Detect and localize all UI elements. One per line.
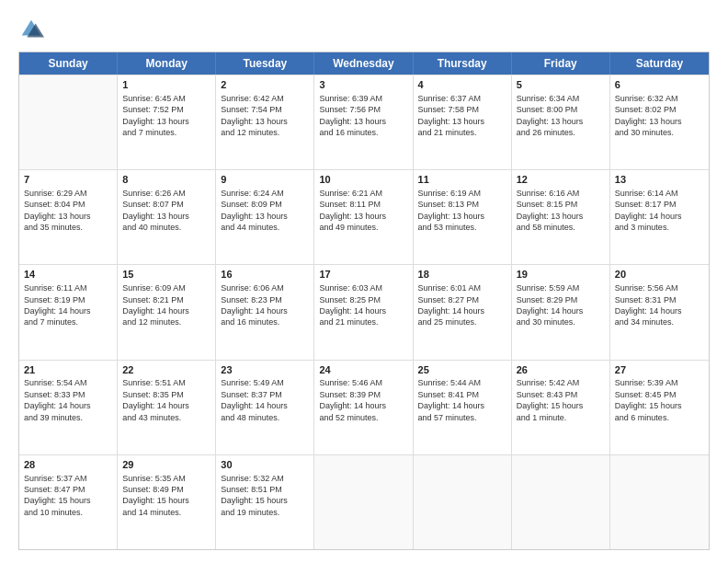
day-number: 12 xyxy=(517,173,605,187)
calendar-cell: 5Sunrise: 6:34 AMSunset: 8:00 PMDaylight… xyxy=(512,75,610,169)
day-info: Sunrise: 6:32 AMSunset: 8:02 PMDaylight:… xyxy=(615,93,704,139)
day-number: 3 xyxy=(319,78,407,92)
day-number: 13 xyxy=(615,173,704,187)
cal-header-day: Thursday xyxy=(414,52,512,75)
calendar-cell: 23Sunrise: 5:49 AMSunset: 8:37 PMDayligh… xyxy=(216,361,314,454)
day-info: Sunrise: 6:11 AMSunset: 8:19 PMDaylight:… xyxy=(24,282,112,328)
calendar-cell xyxy=(610,455,709,549)
day-info: Sunrise: 6:39 AMSunset: 7:56 PMDaylight:… xyxy=(319,93,407,139)
calendar-cell: 8Sunrise: 6:26 AMSunset: 8:07 PMDaylight… xyxy=(118,170,216,264)
day-info: Sunrise: 6:26 AMSunset: 8:07 PMDaylight:… xyxy=(122,188,210,234)
calendar-cell: 4Sunrise: 6:37 AMSunset: 7:58 PMDaylight… xyxy=(414,75,512,169)
day-number: 20 xyxy=(615,268,704,282)
day-info: Sunrise: 5:59 AMSunset: 8:29 PMDaylight:… xyxy=(517,282,605,328)
calendar-cell: 1Sunrise: 6:45 AMSunset: 7:52 PMDaylight… xyxy=(118,75,216,169)
day-number: 15 xyxy=(122,268,210,282)
day-number: 24 xyxy=(319,363,407,377)
cal-header-day: Saturday xyxy=(610,52,709,75)
day-info: Sunrise: 5:37 AMSunset: 8:47 PMDaylight:… xyxy=(24,473,112,519)
calendar-cell: 26Sunrise: 5:42 AMSunset: 8:43 PMDayligh… xyxy=(512,361,610,454)
cal-header-day: Monday xyxy=(118,52,216,75)
day-info: Sunrise: 5:32 AMSunset: 8:51 PMDaylight:… xyxy=(221,473,309,519)
day-number: 27 xyxy=(615,363,704,377)
calendar-cell: 22Sunrise: 5:51 AMSunset: 8:35 PMDayligh… xyxy=(118,361,216,454)
calendar-cell: 30Sunrise: 5:32 AMSunset: 8:51 PMDayligh… xyxy=(216,455,314,549)
day-info: Sunrise: 6:21 AMSunset: 8:11 PMDaylight:… xyxy=(319,188,407,234)
calendar-cell: 24Sunrise: 5:46 AMSunset: 8:39 PMDayligh… xyxy=(314,361,413,454)
day-number: 30 xyxy=(221,458,309,472)
day-number: 6 xyxy=(615,78,704,92)
calendar-cell: 7Sunrise: 6:29 AMSunset: 8:04 PMDaylight… xyxy=(19,170,118,264)
day-info: Sunrise: 6:24 AMSunset: 8:09 PMDaylight:… xyxy=(221,188,309,234)
logo xyxy=(18,17,48,42)
calendar-cell: 13Sunrise: 6:14 AMSunset: 8:17 PMDayligh… xyxy=(610,170,709,264)
calendar-cell xyxy=(19,75,118,169)
day-number: 18 xyxy=(418,268,506,282)
calendar-cell: 2Sunrise: 6:42 AMSunset: 7:54 PMDaylight… xyxy=(216,75,314,169)
day-number: 4 xyxy=(418,78,506,92)
day-number: 29 xyxy=(122,458,210,472)
calendar-cell: 25Sunrise: 5:44 AMSunset: 8:41 PMDayligh… xyxy=(414,361,512,454)
cal-header-day: Wednesday xyxy=(314,52,413,75)
day-number: 2 xyxy=(221,78,309,92)
calendar-row: 14Sunrise: 6:11 AMSunset: 8:19 PMDayligh… xyxy=(19,264,709,359)
calendar-row: 21Sunrise: 5:54 AMSunset: 8:33 PMDayligh… xyxy=(19,360,709,454)
day-number: 11 xyxy=(418,173,506,187)
calendar-cell: 6Sunrise: 6:32 AMSunset: 8:02 PMDaylight… xyxy=(610,75,709,169)
day-info: Sunrise: 6:19 AMSunset: 8:13 PMDaylight:… xyxy=(418,188,506,234)
day-info: Sunrise: 6:09 AMSunset: 8:21 PMDaylight:… xyxy=(122,282,210,328)
calendar-cell: 20Sunrise: 5:56 AMSunset: 8:31 PMDayligh… xyxy=(610,265,709,359)
day-number: 25 xyxy=(418,363,506,377)
day-number: 9 xyxy=(221,173,309,187)
calendar-cell: 27Sunrise: 5:39 AMSunset: 8:45 PMDayligh… xyxy=(610,361,709,454)
calendar-cell: 19Sunrise: 5:59 AMSunset: 8:29 PMDayligh… xyxy=(512,265,610,359)
day-number: 14 xyxy=(24,268,112,282)
day-info: Sunrise: 5:56 AMSunset: 8:31 PMDaylight:… xyxy=(615,282,704,328)
calendar-body: 1Sunrise: 6:45 AMSunset: 7:52 PMDaylight… xyxy=(19,75,709,549)
calendar-cell xyxy=(512,455,610,549)
day-info: Sunrise: 6:42 AMSunset: 7:54 PMDaylight:… xyxy=(221,93,309,139)
cal-header-day: Sunday xyxy=(19,52,118,75)
calendar-row: 1Sunrise: 6:45 AMSunset: 7:52 PMDaylight… xyxy=(19,75,709,169)
calendar-cell: 17Sunrise: 6:03 AMSunset: 8:25 PMDayligh… xyxy=(314,265,413,359)
calendar-cell: 12Sunrise: 6:16 AMSunset: 8:15 PMDayligh… xyxy=(512,170,610,264)
day-info: Sunrise: 5:35 AMSunset: 8:49 PMDaylight:… xyxy=(122,473,210,519)
calendar-cell: 28Sunrise: 5:37 AMSunset: 8:47 PMDayligh… xyxy=(19,455,118,549)
calendar-row: 7Sunrise: 6:29 AMSunset: 8:04 PMDaylight… xyxy=(19,169,709,264)
calendar-cell: 9Sunrise: 6:24 AMSunset: 8:09 PMDaylight… xyxy=(216,170,314,264)
day-number: 26 xyxy=(517,363,605,377)
day-number: 5 xyxy=(517,78,605,92)
calendar-cell: 16Sunrise: 6:06 AMSunset: 8:23 PMDayligh… xyxy=(216,265,314,359)
day-info: Sunrise: 6:29 AMSunset: 8:04 PMDaylight:… xyxy=(24,188,112,234)
day-info: Sunrise: 6:06 AMSunset: 8:23 PMDaylight:… xyxy=(221,282,309,328)
day-number: 16 xyxy=(221,268,309,282)
calendar-cell: 3Sunrise: 6:39 AMSunset: 7:56 PMDaylight… xyxy=(314,75,413,169)
day-info: Sunrise: 6:03 AMSunset: 8:25 PMDaylight:… xyxy=(319,282,407,328)
day-number: 28 xyxy=(24,458,112,472)
calendar-cell xyxy=(314,455,413,549)
calendar-cell: 15Sunrise: 6:09 AMSunset: 8:21 PMDayligh… xyxy=(118,265,216,359)
cal-header-day: Tuesday xyxy=(216,52,314,75)
calendar-cell: 21Sunrise: 5:54 AMSunset: 8:33 PMDayligh… xyxy=(19,361,118,454)
calendar-cell: 14Sunrise: 6:11 AMSunset: 8:19 PMDayligh… xyxy=(19,265,118,359)
day-info: Sunrise: 6:01 AMSunset: 8:27 PMDaylight:… xyxy=(418,282,506,328)
day-info: Sunrise: 5:42 AMSunset: 8:43 PMDaylight:… xyxy=(517,377,605,423)
day-number: 22 xyxy=(122,363,210,377)
day-info: Sunrise: 6:16 AMSunset: 8:15 PMDaylight:… xyxy=(517,188,605,234)
day-info: Sunrise: 6:45 AMSunset: 7:52 PMDaylight:… xyxy=(122,93,210,139)
calendar-cell: 10Sunrise: 6:21 AMSunset: 8:11 PMDayligh… xyxy=(314,170,413,264)
calendar-cell: 11Sunrise: 6:19 AMSunset: 8:13 PMDayligh… xyxy=(414,170,512,264)
day-number: 23 xyxy=(221,363,309,377)
day-number: 17 xyxy=(319,268,407,282)
logo-icon xyxy=(18,17,44,42)
calendar-cell xyxy=(414,455,512,549)
day-number: 10 xyxy=(319,173,407,187)
day-number: 8 xyxy=(122,173,210,187)
cal-header-day: Friday xyxy=(512,52,610,75)
day-info: Sunrise: 5:46 AMSunset: 8:39 PMDaylight:… xyxy=(319,377,407,423)
calendar: SundayMondayTuesdayWednesdayThursdayFrid… xyxy=(18,52,710,550)
day-info: Sunrise: 6:14 AMSunset: 8:17 PMDaylight:… xyxy=(615,188,704,234)
day-number: 19 xyxy=(517,268,605,282)
calendar-header: SundayMondayTuesdayWednesdayThursdayFrid… xyxy=(19,52,709,75)
day-info: Sunrise: 5:44 AMSunset: 8:41 PMDaylight:… xyxy=(418,377,506,423)
